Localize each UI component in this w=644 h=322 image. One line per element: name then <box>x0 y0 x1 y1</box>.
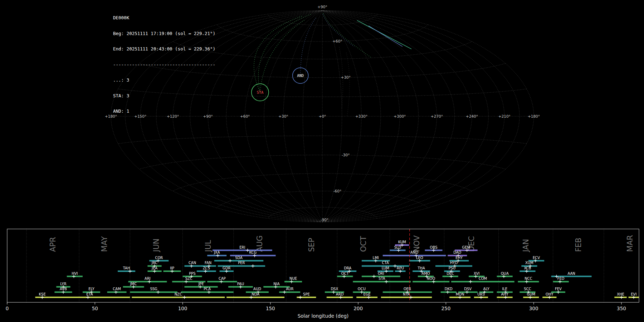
shower-label-AAN: AAN <box>567 272 575 275</box>
shower-label-LUM: LUM <box>382 266 389 270</box>
shower-label-URS: URS <box>477 292 485 296</box>
month-label-MAR: MAR <box>626 235 634 252</box>
shower-label-FEV: FEV <box>555 287 562 291</box>
activity-timeline-chart: APRMAYJUNJULAUGSEPOCTNOVDECJANFEBMARKUME… <box>0 225 644 322</box>
lon-label: +300° <box>394 114 406 118</box>
shower-label-SPE: SPE <box>303 292 310 296</box>
lon-label: +240° <box>466 114 478 118</box>
month-label-MAY: MAY <box>100 236 109 252</box>
radiant-label-AND: AND <box>297 73 304 78</box>
shower-label-OBS: OBS <box>430 245 438 249</box>
shower-label-XUM: XUM <box>525 261 533 265</box>
x-tick-label: 350 <box>617 306 626 311</box>
lat-label: -30° <box>342 153 350 157</box>
shower-label-PPS: PPS <box>189 272 195 275</box>
shower-label-OER: OER <box>404 287 411 291</box>
shower-label-LMI: LMI <box>373 256 379 260</box>
shower-label-XHE: XHE <box>617 292 624 296</box>
shower-label-NOO: NOO <box>427 277 435 280</box>
shower-label-KCG: KCG <box>249 250 257 254</box>
shower-label-ORI: ORI <box>378 272 384 275</box>
month-label-JUL: JUL <box>204 240 213 253</box>
shower-label-OCT: OCT <box>341 272 349 275</box>
shower-label-KUM: KUM <box>398 240 406 244</box>
legend-separator: -------------------------------------- <box>113 62 215 68</box>
month-label-DEC: DEC <box>467 236 476 252</box>
shower-peak-marker-CTA <box>394 264 397 268</box>
shower-label-AND: AND <box>410 250 418 254</box>
shower-label-TAH: TAH <box>123 266 130 270</box>
shower-label-OHY: OHY <box>546 292 553 296</box>
meteor-track <box>323 13 372 58</box>
shower-label-CAM: CAM <box>113 287 121 291</box>
x-tick-label: 50 <box>92 306 98 311</box>
shower-label-XCB: XCB <box>524 266 531 270</box>
shower-peak-marker-PER <box>251 264 254 268</box>
month-label-JUN: JUN <box>152 239 161 253</box>
lat-label: +30° <box>341 75 351 79</box>
shower-label-AMO: AMO <box>421 272 430 275</box>
shower-label-DAD: DAD <box>453 250 461 254</box>
meteor-track <box>346 53 350 117</box>
shower-peak-marker-SPE <box>299 296 302 299</box>
shower-label-ZCS: ZCS <box>203 266 210 270</box>
shower-label-STA: STA <box>379 277 385 280</box>
shower-label-FAN: FAN <box>205 261 211 265</box>
parallel-line <box>118 136 527 144</box>
shower-label-SDA: SDA <box>235 256 243 260</box>
month-label-APR: APR <box>49 237 57 252</box>
shower-label-SLD: SLD <box>394 245 401 249</box>
shower-label-ALY: ALY <box>483 287 490 291</box>
shower-label-ARD: ARD <box>336 292 344 296</box>
meteor-track <box>301 18 316 75</box>
x-axis-label: Solar longitude (deg) <box>298 313 349 319</box>
month-label-SEP: SEP <box>307 238 316 252</box>
month-label-FEB: FEB <box>574 238 583 252</box>
parallel-line <box>217 25 428 42</box>
x-tick-label: 300 <box>529 306 538 311</box>
shower-label-THA: THA <box>417 266 425 270</box>
shower-label-PER: PER <box>238 261 245 265</box>
shower-label-FED: FED <box>557 277 565 280</box>
end-time: End: 20251111 20:43:00 (sol = 229.36°) <box>113 47 215 52</box>
info-legend: DE000K Beg: 20251111 17:19:00 (sol = 229… <box>113 5 215 125</box>
shower-label-QUA: QUA <box>501 272 509 275</box>
shower-label-PSU: PSU <box>449 266 456 270</box>
sky-map: STAAND+180°+150°+120°+90°+60°+30°+0°+330… <box>0 0 644 225</box>
month-label-OCT: OCT <box>359 236 368 252</box>
meteor-trail <box>369 26 402 47</box>
shower-label-LEO: LEO <box>416 256 423 260</box>
shower-label-RPU: RPU <box>397 266 404 270</box>
shower-label-PAU: PAU <box>237 282 244 286</box>
shower-peak-marker-ERI <box>246 249 249 252</box>
month-label-JAN: JAN <box>522 239 530 253</box>
shower-label-PCA: PCA <box>204 287 211 291</box>
parallel-line <box>173 174 472 191</box>
shower-label-AUR: AUR <box>286 287 293 291</box>
shower-label-ARI: ARI <box>145 277 151 280</box>
shower-label-NZC: NZC <box>175 292 182 296</box>
shower-label-CAN: CAN <box>189 261 196 265</box>
x-tick-label: 150 <box>266 306 275 311</box>
shower-label-LYR: LYR <box>60 282 66 286</box>
shower-label-CTA: CTA <box>382 261 389 265</box>
shower-peak-marker-AUR <box>283 291 286 294</box>
shower-label-DKD: DKD <box>445 287 453 291</box>
shower-label-ELY: ELY <box>88 287 95 291</box>
lon-label: +30° <box>278 114 288 118</box>
x-tick-label: 250 <box>441 306 450 311</box>
shower-label-ETA: ETA <box>86 292 93 296</box>
lon-label: +210° <box>498 114 511 118</box>
shower-peak-marker-ORI <box>372 275 376 278</box>
lat-label: +60° <box>332 39 342 43</box>
meridian-line <box>322 11 381 222</box>
lon-label: +0° <box>319 114 326 118</box>
shower-label-GEM: GEM <box>462 245 470 249</box>
shower-label-KSE: KSE <box>39 292 45 296</box>
month-label-AUG: AUG <box>255 235 264 252</box>
lon-label: +330° <box>355 114 367 118</box>
shower-label-IIP: IIP <box>170 266 174 270</box>
shower-label-NTA: NTA <box>403 292 410 296</box>
shower-label-AHY: AHY <box>501 292 508 296</box>
shower-label-DSV: DSV <box>464 287 472 291</box>
